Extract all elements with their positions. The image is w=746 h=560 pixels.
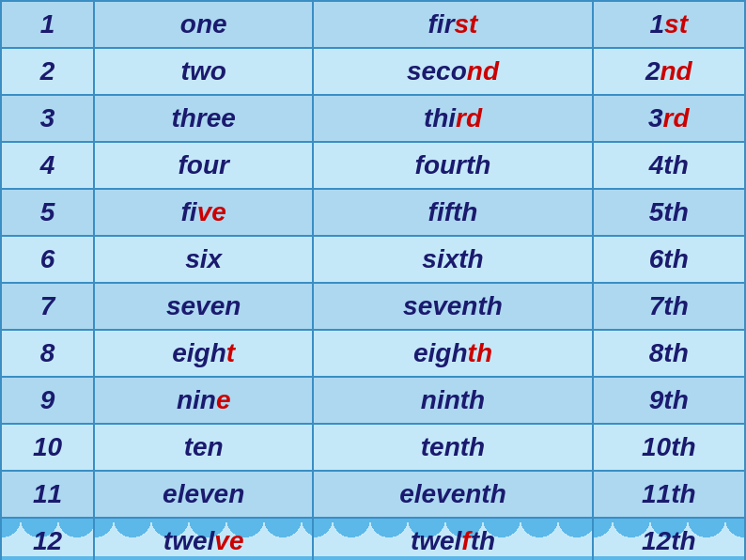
table-row: 5 five fifth 5th: [1, 189, 745, 236]
abbr-cell: 8th: [593, 330, 745, 377]
number-cell: 7: [1, 283, 94, 330]
abbr-cell: 4th: [593, 142, 745, 189]
numbers-table: 1 one first 1st 2 two second 2nd 3 three…: [0, 0, 746, 560]
word-cell: two: [94, 48, 314, 95]
word-cell: three: [94, 95, 314, 142]
ordinal-cell: fifth: [313, 189, 592, 236]
table-row: 8 eight eighth 8th: [1, 330, 745, 377]
word-cell: eight: [94, 330, 314, 377]
table-row: 9 nine ninth 9th: [1, 377, 745, 424]
ordinal-cell: fourth: [313, 142, 592, 189]
abbr-cell: 6th: [593, 236, 745, 283]
number-cell: 10: [1, 424, 94, 471]
table-row: 1 one first 1st: [1, 1, 745, 48]
abbr-cell: 7th: [593, 283, 745, 330]
abbr-cell: 11th: [593, 471, 745, 518]
abbr-cell: 10th: [593, 424, 745, 471]
abbr-cell: 9th: [593, 377, 745, 424]
word-cell: twelve: [94, 518, 314, 560]
number-cell: 3: [1, 95, 94, 142]
table-row: 7 seven seventh 7th: [1, 283, 745, 330]
word-cell: six: [94, 236, 314, 283]
table-row: 11 eleven eleventh 11th: [1, 471, 745, 518]
abbr-cell: 1st: [593, 1, 745, 48]
abbr-cell: 12th: [593, 518, 745, 560]
number-cell: 8: [1, 330, 94, 377]
ordinal-cell: seventh: [313, 283, 592, 330]
word-cell: one: [94, 1, 314, 48]
ordinal-cell: twelfth: [313, 518, 592, 560]
word-cell: eleven: [94, 471, 314, 518]
number-cell: 6: [1, 236, 94, 283]
abbr-cell: 5th: [593, 189, 745, 236]
number-cell: 4: [1, 142, 94, 189]
ordinal-cell: ninth: [313, 377, 592, 424]
table-row: 2 two second 2nd: [1, 48, 745, 95]
word-cell: four: [94, 142, 314, 189]
table-row: 10 ten tenth 10th: [1, 424, 745, 471]
table-row: 3 three third 3rd: [1, 95, 745, 142]
table-row: 4 four fourth 4th: [1, 142, 745, 189]
number-cell: 12: [1, 518, 94, 560]
ordinal-cell: sixth: [313, 236, 592, 283]
ordinal-cell: second: [313, 48, 592, 95]
number-cell: 9: [1, 377, 94, 424]
word-cell: five: [94, 189, 314, 236]
number-cell: 5: [1, 189, 94, 236]
table-row: 6 six sixth 6th: [1, 236, 745, 283]
ordinal-cell: third: [313, 95, 592, 142]
abbr-cell: 3rd: [593, 95, 745, 142]
ordinal-cell: eleventh: [313, 471, 592, 518]
ordinal-cell: first: [313, 1, 592, 48]
table-row: 12 twelve twelfth 12th: [1, 518, 745, 560]
abbr-cell: 2nd: [593, 48, 745, 95]
ordinal-cell: eighth: [313, 330, 592, 377]
ordinal-cell: tenth: [313, 424, 592, 471]
word-cell: nine: [94, 377, 314, 424]
number-cell: 2: [1, 48, 94, 95]
word-cell: ten: [94, 424, 314, 471]
number-cell: 1: [1, 1, 94, 48]
word-cell: seven: [94, 283, 314, 330]
number-cell: 11: [1, 471, 94, 518]
